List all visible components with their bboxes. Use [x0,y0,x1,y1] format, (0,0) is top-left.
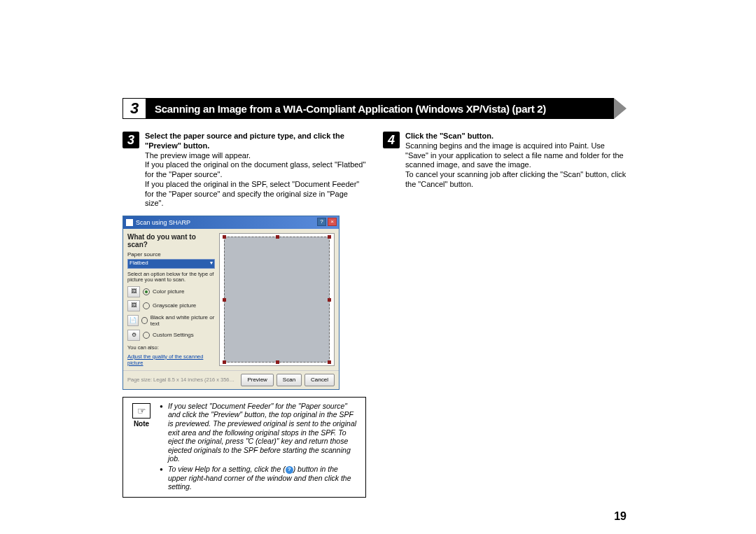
radio-icon [143,302,150,309]
scan-dialog: Scan using SHARP ? × What do you want to… [122,216,340,390]
option-grayscale[interactable]: 🖼 Grayscale picture [127,300,215,311]
cancel-button[interactable]: Cancel [304,374,335,386]
crop-handle[interactable] [223,298,226,302]
close-button[interactable]: × [328,218,337,226]
note-label: Note [134,420,149,428]
dialog-heading: What do you want to scan? [127,233,215,248]
dialog-left-panel: What do you want to scan? Paper source F… [127,233,215,366]
step-3: 3 Select the paper source and picture ty… [122,132,366,209]
section-number: 3 [122,98,146,119]
paper-source-select[interactable]: Flatbed [127,259,215,269]
right-column: 4 Click the "Scan" button. Scanning begi… [383,132,626,498]
dialog-titlebar: Scan using SHARP ? × [123,216,339,229]
note-icon: ☞ [132,403,150,419]
step-text-1: The preview image will appear. [145,151,251,160]
preview-area[interactable] [224,237,330,363]
crop-handle[interactable] [328,360,331,364]
step-text-1: Scanning begins and the image is acquire… [405,141,624,169]
option-custom[interactable]: ⚙ Custom Settings [127,330,215,341]
option-label: Black and white picture or text [150,314,215,327]
crop-handle[interactable] [223,360,226,364]
manual-page: 3 Scanning an Image from a WIA-Compliant… [122,98,626,498]
option-label: Color picture [153,288,184,295]
adjust-quality-link[interactable]: Adjust the quality of the scanned pictur… [127,353,215,366]
page-number: 19 [614,510,626,523]
step-title: Click the "Scan" button. [405,132,493,140]
radio-icon [143,288,150,295]
option-label: Grayscale picture [153,302,196,309]
crop-handle[interactable] [328,235,331,239]
picture-type-label: Select an option below for the type of p… [127,272,215,283]
step-body: Click the "Scan" button. Scanning begins… [405,132,626,190]
dialog-title-text: Scan using SHARP [136,219,190,226]
radio-icon [143,332,150,339]
note-left: ☞ Note [127,402,155,493]
help-button[interactable]: ? [317,218,326,226]
also-label: You can also: [127,345,215,351]
crop-handle[interactable] [223,235,226,239]
section-header: 3 Scanning an Image from a WIA-Compliant… [122,98,626,119]
app-icon [126,219,133,226]
radio-icon [141,317,148,324]
grayscale-icon: 🖼 [127,300,140,311]
content-columns: 3 Select the paper source and picture ty… [122,132,626,498]
preview-pane[interactable] [219,233,335,366]
section-title: Scanning an Image from a WIA-Compliant A… [146,98,614,119]
step-4: 4 Click the "Scan" button. Scanning begi… [383,132,626,190]
note-bullet-2: To view Help for a setting, click the (?… [160,465,358,491]
step-number: 4 [383,132,400,148]
page-size-info: Page size: Legal 8.5 x 14 inches (216 x … [127,377,238,383]
option-label: Custom Settings [153,332,194,338]
step-title: Select the paper source and picture type… [145,132,344,150]
dialog-footer: Page size: Legal 8.5 x 14 inches (216 x … [123,370,339,389]
note-text: To view Help for a setting, click the ( [168,465,286,473]
arrow-icon [614,98,626,119]
custom-icon: ⚙ [127,330,140,341]
note-body: If you select "Document Feeder" for the … [160,402,358,493]
dialog-body: What do you want to scan? Paper source F… [123,229,339,370]
note-box: ☞ Note If you select "Document Feeder" f… [122,397,366,498]
scan-button[interactable]: Scan [276,374,302,386]
preview-button[interactable]: Preview [241,374,273,386]
paper-source-label: Paper source [127,251,215,258]
crop-handle[interactable] [328,298,331,302]
step-body: Select the paper source and picture type… [145,132,366,209]
step-number: 3 [122,132,139,148]
bw-icon: 📄 [127,315,139,326]
help-icon: ? [286,466,293,474]
step-text-3: If you placed the original in the SPF, s… [145,180,359,208]
option-color[interactable]: 🖼 Color picture [127,286,215,297]
step-text-2: If you placed the original on the docume… [145,160,365,178]
option-bw[interactable]: 📄 Black and white picture or text [127,314,215,327]
crop-handle[interactable] [276,235,279,239]
crop-handle[interactable] [276,360,279,364]
note-bullet-1: If you select "Document Feeder" for the … [160,402,358,463]
left-column: 3 Select the paper source and picture ty… [122,132,366,498]
step-text-2: To cancel your scanning job after clicki… [405,170,626,188]
color-icon: 🖼 [127,286,140,297]
